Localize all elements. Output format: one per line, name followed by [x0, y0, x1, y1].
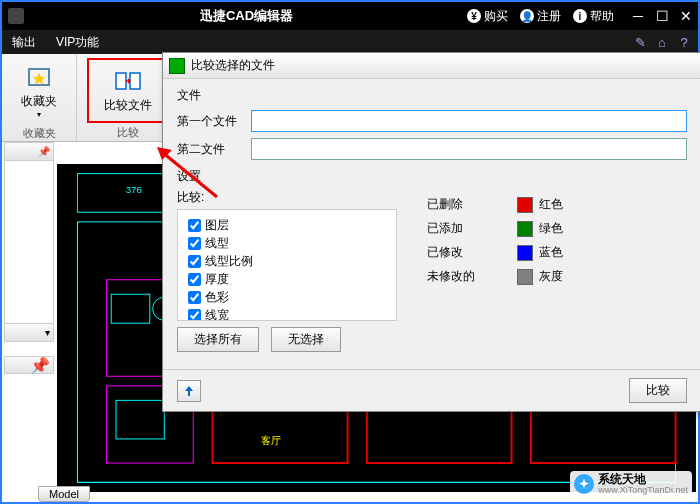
close-button[interactable]: ✕ [674, 6, 698, 26]
compare-label: 比较: [177, 189, 397, 206]
check-item-label: 色彩 [205, 289, 229, 306]
added-color-name: 绿色 [539, 220, 563, 237]
favorites-icon [25, 63, 53, 91]
svg-rect-8 [111, 294, 150, 323]
svg-rect-2 [116, 73, 126, 89]
check-item[interactable]: 线型比例 [188, 253, 386, 270]
buy-button[interactable]: ¥ 购买 [463, 8, 512, 25]
added-label: 已添加 [427, 220, 517, 237]
unchanged-color-name: 灰度 [539, 268, 563, 285]
register-button[interactable]: 👤 注册 [516, 8, 565, 25]
up-button[interactable] [177, 380, 201, 402]
help-button[interactable]: i 帮助 [569, 8, 618, 25]
watermark: ✦ 系统天地 www.XiTongTianDi.net [570, 471, 692, 498]
check-item-label: 图层 [205, 217, 229, 234]
files-section-label: 文件 [177, 87, 687, 104]
deleted-color-name: 红色 [539, 196, 563, 213]
compare-button[interactable]: 比较 [629, 378, 687, 403]
checkbox[interactable] [188, 219, 201, 232]
minimize-button[interactable]: ─ [626, 6, 650, 26]
check-item[interactable]: 线宽 [188, 307, 386, 321]
compare-icon [114, 67, 142, 95]
dialog-titlebar: 比较选择的文件 [163, 53, 700, 79]
user-icon: 👤 [520, 9, 534, 23]
check-item-label: 线型比例 [205, 253, 253, 270]
compare-items-list: 图层线型线型比例厚度色彩线宽几何体数据 [177, 209, 397, 321]
svg-text:客厅: 客厅 [261, 435, 281, 446]
chevron-down-icon[interactable]: ▾ [45, 327, 50, 338]
dialog-title: 比较选择的文件 [191, 57, 275, 74]
info-icon: i [573, 9, 587, 23]
dialog-icon [169, 58, 185, 74]
menu-vip[interactable]: VIP功能 [46, 30, 109, 54]
titlebar: 迅捷CAD编辑器 ¥ 购买 👤 注册 i 帮助 ─ ☐ ✕ [2, 2, 698, 30]
checkbox[interactable] [188, 237, 201, 250]
app-title: 迅捷CAD编辑器 [30, 7, 463, 25]
check-item[interactable]: 图层 [188, 217, 386, 234]
check-item-label: 线宽 [205, 307, 229, 321]
modified-label: 已修改 [427, 244, 517, 261]
side-panel-2: 📌 [4, 356, 54, 378]
ribbon-group-label: 收藏夹 [23, 124, 56, 144]
chevron-down-icon: ▾ [37, 110, 41, 119]
panel-body [5, 161, 53, 323]
checkbox[interactable] [188, 273, 201, 286]
select-all-button[interactable]: 选择所有 [177, 327, 259, 352]
maximize-button[interactable]: ☐ [650, 6, 674, 26]
checkbox[interactable] [188, 255, 201, 268]
check-item[interactable]: 厚度 [188, 271, 386, 288]
model-tab[interactable]: Model [38, 486, 90, 502]
compare-files-button[interactable]: 比较文件 [95, 62, 161, 119]
pin-icon[interactable]: 📌 [30, 356, 50, 375]
svg-marker-1 [33, 73, 45, 84]
deleted-label: 已删除 [427, 196, 517, 213]
app-icon [8, 8, 24, 24]
modified-color-name: 蓝色 [539, 244, 563, 261]
svg-rect-3 [130, 73, 140, 89]
side-panel: 📌 ▾ [4, 142, 54, 342]
check-item[interactable]: 色彩 [188, 289, 386, 306]
watermark-line2: www.XiTongTianDi.net [598, 486, 688, 496]
style-icon[interactable]: ✎ [632, 34, 648, 50]
check-item[interactable]: 线型 [188, 235, 386, 252]
help-icon[interactable]: ? [676, 34, 692, 50]
svg-text:376: 376 [126, 184, 142, 195]
settings-label: 设置 [177, 168, 687, 185]
first-file-label: 第一个文件 [177, 113, 251, 130]
checkbox[interactable] [188, 309, 201, 321]
highlight-box: 比较文件 [87, 58, 169, 123]
unchanged-label: 未修改的 [427, 268, 517, 285]
deleted-swatch[interactable] [517, 197, 533, 213]
yen-icon: ¥ [467, 9, 481, 23]
ribbon-group-favorites: 收藏夹 ▾ 收藏夹 [2, 54, 77, 141]
second-file-input[interactable] [251, 138, 687, 160]
menu-output[interactable]: 输出 [2, 30, 46, 54]
svg-rect-11 [116, 400, 164, 439]
compare-dialog: 比较选择的文件 文件 第一个文件 第二文件 设置 比较: 图层线型线型比例厚度色… [162, 52, 700, 412]
svg-rect-15 [531, 405, 676, 463]
deselect-button[interactable]: 无选择 [271, 327, 341, 352]
menubar: 输出 VIP功能 ✎ ⌂ ? [2, 30, 698, 54]
added-swatch[interactable] [517, 221, 533, 237]
check-item-label: 线型 [205, 235, 229, 252]
first-file-input[interactable] [251, 110, 687, 132]
favorites-button[interactable]: 收藏夹 ▾ [12, 58, 66, 124]
pin-icon[interactable]: 📌 [38, 146, 50, 157]
home-icon[interactable]: ⌂ [654, 34, 670, 50]
checkbox[interactable] [188, 291, 201, 304]
watermark-logo-icon: ✦ [574, 474, 594, 494]
ribbon-group-label: 比较 [117, 123, 139, 143]
unchanged-swatch[interactable] [517, 269, 533, 285]
modified-swatch[interactable] [517, 245, 533, 261]
second-file-label: 第二文件 [177, 141, 251, 158]
svg-rect-14 [367, 405, 512, 463]
check-item-label: 厚度 [205, 271, 229, 288]
